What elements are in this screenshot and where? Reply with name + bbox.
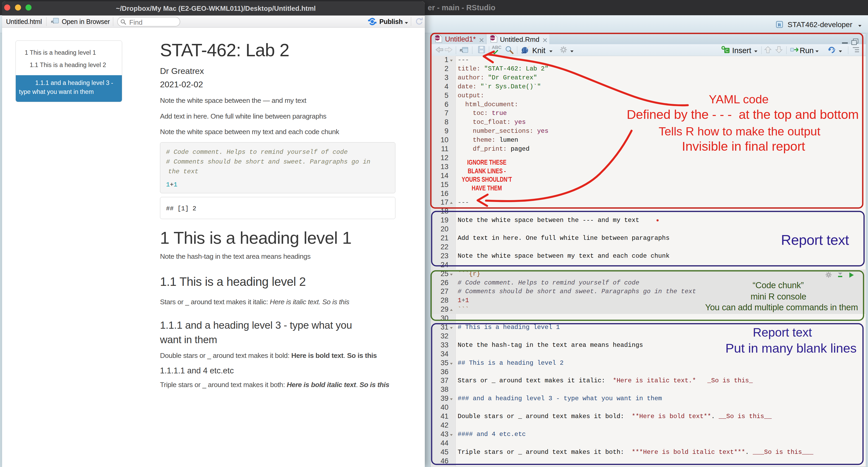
svg-text:Rmd: Rmd	[490, 37, 495, 39]
svg-text:Rmd: Rmd	[435, 37, 440, 39]
svg-text:R: R	[778, 22, 781, 27]
svg-text:C: C	[725, 48, 728, 53]
